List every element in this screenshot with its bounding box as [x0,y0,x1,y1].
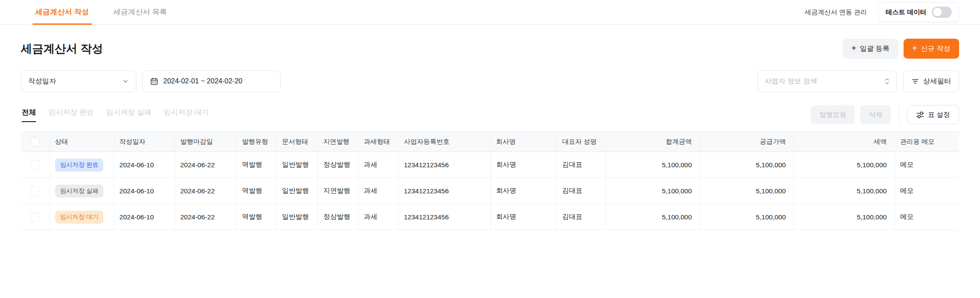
business-search-input[interactable] [765,77,880,85]
cell-company: 회사명 [490,204,556,230]
main-content: 세금계산서 작성 + 일괄 등록 + 신규 작성 작성일자 [0,39,980,230]
column-header-memo: 관리용 메모 [895,132,959,152]
delete-button[interactable]: 삭제 [860,105,891,124]
invoice-table: 상태작성일자발행마감일발행유형문서형태지연발행과세형태사업자등록번호회사명대표자… [21,131,959,230]
row-select-cell [21,178,50,204]
top-tabs: 세금계산서 작성 세금계산서 목록 [21,0,169,24]
cell-supply: 5,100,000 [700,204,794,230]
table-row[interactable]: 임시저장 대기2024-06-102024-06-22역발행일반발행정상발행과세… [21,204,959,230]
test-data-pill: 테스트 데이터 [878,2,959,22]
status-badge: 임시저장 실패 [55,185,104,198]
date-type-select[interactable]: 작성일자 [21,70,136,92]
cell-supply: 5,100,000 [700,178,794,204]
cell-created: 2024-06-10 [114,178,175,204]
date-type-value: 작성일자 [28,77,56,86]
cell-tax_type: 과세 [358,152,398,178]
status-badge: 임시저장 완료 [55,159,104,172]
new-create-button[interactable]: + 신규 작성 [904,39,959,59]
status-tab-draft-failed[interactable]: 임시저장 실패 [106,108,152,122]
table-row[interactable]: 임시저장 실패2024-06-102024-06-22역발행일반발행지연발행과세… [21,178,959,204]
column-header-status: 상태 [50,132,114,152]
status-badge: 임시저장 대기 [55,211,104,224]
column-header-deadline: 발행마감일 [175,132,236,152]
cell-supply: 5,100,000 [700,152,794,178]
invoice-table-container: 상태작성일자발행마감일발행유형문서형태지연발행과세형태사업자등록번호회사명대표자… [21,131,959,230]
select-all-checkbox[interactable] [30,137,40,146]
column-header-ceo: 대표자 성명 [557,132,606,152]
detail-filter-label: 상세필터 [923,77,951,86]
cell-biz_no: 123412123456 [398,204,490,230]
test-data-toggle[interactable] [932,7,952,18]
cell-deadline: 2024-06-22 [175,152,236,178]
select-all-cell [21,132,50,152]
tab-tax-invoice-create[interactable]: 세금계산서 작성 [33,0,92,25]
column-header-biz_no: 사업자등록번호 [398,132,490,152]
cell-doc_type: 일반발행 [277,204,318,230]
integration-management-link[interactable]: 세금계산서 연동 관리 [805,8,867,17]
status-tab-all[interactable]: 전체 [22,108,36,122]
column-header-supply: 공급가액 [700,132,794,152]
row-checkbox[interactable] [30,160,40,170]
plus-icon: + [912,44,917,53]
column-header-doc_type: 문서형태 [277,132,318,152]
cell-created: 2024-06-10 [114,204,175,230]
cell-ceo: 김대표 [557,178,606,204]
date-range-picker[interactable]: 2024-02-01 ~ 2024-02-20 [142,70,281,92]
row-select-cell [21,204,50,230]
cell-deadline: 2024-06-22 [175,178,236,204]
bulk-register-label: 일괄 등록 [860,44,889,53]
table-settings-label: 표 설정 [928,110,950,119]
column-header-company: 회사명 [490,132,556,152]
cell-status: 임시저장 완료 [50,152,114,178]
column-header-delay: 지연발행 [318,132,358,152]
cell-tax: 5,100,000 [794,152,894,178]
divider [899,106,899,123]
cell-memo: 메모 [895,204,959,230]
chevron-down-icon [122,78,129,85]
cell-issue_type: 역발행 [237,152,277,178]
cell-company: 회사명 [490,178,556,204]
sliders-icon [916,111,924,119]
table-header-row: 상태작성일자발행마감일발행유형문서형태지연발행과세형태사업자등록번호회사명대표자… [21,132,959,152]
request-publish-button[interactable]: 발행요청 [811,105,855,124]
cell-ceo: 김대표 [557,204,606,230]
table-settings-button[interactable]: 표 설정 [907,105,959,124]
detail-filter-button[interactable]: 상세필터 [903,70,959,92]
status-tabs: 전체 임시저장 완료 임시저장 실패 임시저장 대기 [21,108,209,122]
cell-total: 5,100,000 [606,204,700,230]
cell-delay: 정상발행 [318,204,358,230]
cell-memo: 메모 [895,178,959,204]
cell-tax: 5,100,000 [794,178,894,204]
row-select-cell [21,152,50,178]
page: 세금계산서 작성 세금계산서 목록 세금계산서 연동 관리 테스트 데이터 세금… [0,0,980,298]
table-row[interactable]: 임시저장 완료2024-06-102024-06-22역발행일반발행정상발행과세… [21,152,959,178]
bulk-register-button[interactable]: + 일괄 등록 [843,39,898,59]
row-checkbox[interactable] [30,212,40,222]
cell-created: 2024-06-10 [114,152,175,178]
cell-tax_type: 과세 [358,178,398,204]
plus-icon: + [851,44,857,53]
tab-tax-invoice-list[interactable]: 세금계산서 목록 [111,0,170,25]
column-header-total: 합계금액 [606,132,700,152]
cell-company: 회사명 [490,152,556,178]
toggle-knob [933,8,942,17]
status-tab-draft-complete[interactable]: 임시저장 완료 [49,108,94,122]
column-header-created: 작성일자 [114,132,175,152]
cell-issue_type: 역발행 [237,178,277,204]
date-range-value: 2024-02-01 ~ 2024-02-20 [163,77,242,85]
cell-tax_type: 과세 [358,204,398,230]
cell-doc_type: 일반발행 [277,152,318,178]
cell-deadline: 2024-06-22 [175,204,236,230]
cell-total: 5,100,000 [606,152,700,178]
cell-status: 임시저장 실패 [50,178,114,204]
cell-ceo: 김대표 [557,152,606,178]
calendar-icon [150,77,159,86]
cell-delay: 지연발행 [318,178,358,204]
row-checkbox[interactable] [30,186,40,196]
business-search-field[interactable] [757,70,897,92]
status-tab-draft-waiting[interactable]: 임시저장 대기 [164,108,209,122]
cell-biz_no: 123412123456 [398,178,490,204]
cell-issue_type: 역발행 [237,204,277,230]
cell-delay: 정상발행 [318,152,358,178]
column-header-tax_type: 과세형태 [358,132,398,152]
